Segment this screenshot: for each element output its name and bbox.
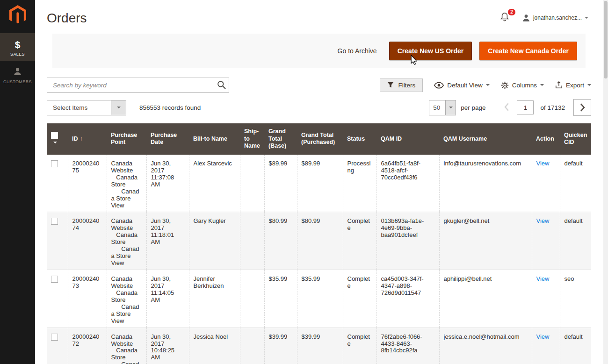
cell-grand-total-base: $89.99 [264,155,297,212]
create-us-order-button[interactable]: Create New US Order [389,42,472,60]
cell-quicken-cid: default [560,212,591,270]
cell-status: Complete [343,328,376,364]
col-header-grand-total-base[interactable]: Grand Total (Base) [264,123,297,155]
row-checkbox[interactable] [51,160,58,167]
cell-quicken-cid: seo [560,270,591,328]
bell-icon [500,12,509,21]
cell-order-id: 2000024073 [68,270,107,328]
records-found: 856553 records found [139,104,201,111]
col-header-qam-id[interactable]: QAM ID [376,123,439,155]
filters-button[interactable]: Filters [380,79,423,92]
per-page-label: per page [461,104,485,111]
view-order-link[interactable]: View [536,275,550,282]
export-control[interactable]: Export [555,81,591,89]
select-items-dropdown[interactable]: Select Items [47,100,126,115]
search-input[interactable] [47,78,229,93]
go-to-archive-link[interactable]: Go to Archive [338,47,377,55]
cell-qam-username: jessica.e.noel@hotmail.com [439,328,532,364]
avatar-icon [522,14,530,22]
notification-badge: 2 [508,9,515,15]
chevron-right-icon [580,103,585,112]
select-all-caret-icon[interactable] [53,142,57,143]
col-header-bill-to-name[interactable]: Bill-to Name [189,123,240,155]
cell-purchase-date: Jun 30, 2017 10:48:25 AM [146,328,189,364]
cell-qam-id: ca45d003-347f-4347-a898-726d9d011547 [376,270,439,328]
magento-admin-screen: $ SALES CUSTOMERS Orders 2 [0,0,608,364]
columns-label: Columns [512,82,537,89]
user-menu[interactable]: jonathan.sanchez... [522,14,588,22]
page-actions-bar: Go to Archive Create New US Order Create… [52,34,586,68]
columns-selector[interactable]: Columns [501,81,544,89]
view-label: Default View [447,82,483,89]
cell-grand-total-purchased: $89.99 [297,155,343,212]
table-row: 2000024075 Canada Website Canada Store C… [47,155,591,212]
cell-qam-id: 76f2abe6-f066-4433-8463-8fb14cbc92fa [376,328,439,364]
cell-action: View [532,212,560,270]
col-header-status[interactable]: Status [343,123,376,155]
table-row: 2000024073 Canada Website Canada Store C… [47,270,591,328]
notifications-button[interactable]: 2 [500,12,513,23]
cell-bill-to-name: Gary Kugler [189,212,240,270]
cell-status: Complete [343,212,376,270]
vertical-scrollbar[interactable] [603,0,608,364]
view-order-link[interactable]: View [536,217,550,224]
col-header-qam-username[interactable]: QAM Username [439,123,532,155]
customers-icon [0,67,35,78]
col-header-purchase-date[interactable]: Purchase Date [146,123,189,155]
chevron-down-icon [111,100,126,115]
col-header-grand-total-purchased[interactable]: Grand Total (Purchased) [297,123,343,155]
col-header-purchase-point[interactable]: Purchase Point [107,123,146,155]
table-row: 2000024072 Canada Website Canada Store C… [47,328,591,364]
sidebar-item-customers[interactable]: CUSTOMERS [0,61,35,88]
cell-select [47,155,68,212]
col-header-quicken-cid[interactable]: Quicken CID [560,123,591,155]
col-header-id[interactable]: ID↑ [68,123,107,155]
magento-logo-icon [9,5,26,25]
cell-bill-to-name: Jessica Noel [189,328,240,364]
chevron-down-icon [587,84,591,86]
cell-qam-id: 6a64fb51-fa8f-4518-afcf-70cc0edf43f6 [376,155,439,212]
per-page-value: 50 [429,100,445,115]
cell-status: Processing [343,155,376,212]
next-page-button[interactable] [573,99,591,116]
row-checkbox[interactable] [51,334,58,341]
magento-logo[interactable] [0,0,35,33]
view-order-link[interactable]: View [536,160,550,167]
cell-qam-username: info@taurusrenovations.com [439,155,532,212]
sidebar: $ SALES CUSTOMERS [0,0,35,364]
cell-purchase-date: Jun 30, 2017 11:37:08 AM [146,155,189,212]
cell-action: View [532,155,560,212]
page-title: Orders [47,10,87,26]
previous-page-button[interactable] [501,103,512,113]
view-selector[interactable]: Default View [434,82,490,89]
per-page-dropdown[interactable]: 50 [429,100,456,115]
sidebar-item-label: CUSTOMERS [0,79,35,84]
create-canada-order-button[interactable]: Create New Canada Order [479,42,577,60]
table-row: 2000024074 Canada Website Canada Store C… [47,212,591,270]
orders-table: ID↑ Purchase Point Purchase Date Bill-to… [47,123,591,364]
sales-dollar-icon: $ [0,39,35,50]
grid-controls: Select Items 856553 records found 50 per… [47,99,591,116]
col-header-select [47,123,68,155]
cell-ship-to-name [240,155,264,212]
select-items-label: Select Items [47,100,111,115]
cell-action: View [532,328,560,364]
chevron-down-icon [445,100,456,115]
view-order-link[interactable]: View [536,333,550,340]
cell-action: View [532,270,560,328]
sidebar-item-sales[interactable]: $ SALES [0,33,35,61]
row-checkbox[interactable] [51,276,58,283]
gear-icon [501,81,509,89]
col-header-ship-to-name[interactable]: Ship-to Name [240,123,264,155]
search-button[interactable] [217,80,226,91]
col-header-action: Action [532,123,560,155]
orders-table-body: 2000024075 Canada Website Canada Store C… [47,155,591,364]
cell-purchase-point: Canada Website Canada Store Canada Store… [107,328,146,364]
scrollbar-thumb[interactable] [604,1,608,79]
row-checkbox[interactable] [51,218,58,225]
current-page-input[interactable] [517,100,534,114]
cell-grand-total-base: $80.99 [264,212,297,270]
export-label: Export [566,82,584,89]
select-all-checkbox[interactable] [51,132,58,139]
cell-select [47,328,68,364]
